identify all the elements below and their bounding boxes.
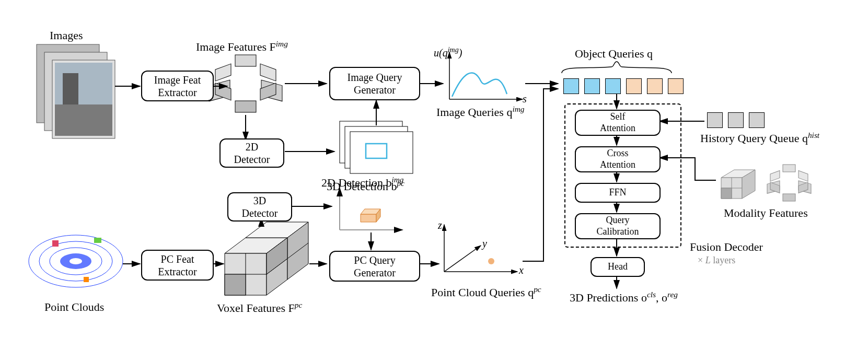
images-thumb xyxy=(37,44,115,138)
query-sq xyxy=(749,112,765,128)
svg-rect-13 xyxy=(94,238,101,243)
object-queries-row xyxy=(562,78,685,96)
s-label: s xyxy=(523,93,527,105)
modality-ring xyxy=(767,165,811,201)
svg-rect-27 xyxy=(225,274,246,295)
head: Head xyxy=(591,257,645,277)
2d-detection-thumb xyxy=(340,121,413,173)
pcq-label: Point Cloud Queries qpc xyxy=(431,285,541,299)
svg-rect-19 xyxy=(215,64,231,81)
img-features-ring xyxy=(209,55,282,112)
self-attention: Self Attention xyxy=(575,110,661,136)
query-sq xyxy=(626,78,642,94)
2d-detector: 2D Detector xyxy=(219,138,284,168)
imgq-label: Image Queries qimg xyxy=(436,104,524,119)
svg-rect-15 xyxy=(235,55,256,66)
pred-label: 3D Predictions ocls, oreg xyxy=(570,290,678,305)
svg-rect-20 xyxy=(260,64,276,81)
img-queries-curve xyxy=(449,52,523,99)
modfeat-label: Modality Features xyxy=(724,206,808,220)
histq-label: History Query Queue qhist xyxy=(700,131,819,145)
3d-detection-thumb xyxy=(340,188,402,230)
svg-rect-48 xyxy=(798,171,808,182)
query-calibration: Query Calibration xyxy=(575,213,661,239)
svg-rect-12 xyxy=(52,240,59,247)
pc-feat-extractor: PC Feat Extractor xyxy=(141,250,214,281)
fusiondec-label: Fusion Decoder xyxy=(690,240,763,254)
pc-queries-axes xyxy=(444,225,517,272)
query-sq xyxy=(707,112,723,128)
uq-label: u(qimg) xyxy=(434,46,462,59)
query-sq xyxy=(563,78,579,94)
svg-rect-42 xyxy=(721,188,732,199)
svg-rect-47 xyxy=(770,171,780,182)
query-sq xyxy=(728,112,744,128)
y-label: y xyxy=(482,238,487,250)
pointcloud-thumb xyxy=(29,235,123,287)
query-sq xyxy=(605,78,621,94)
pc-query-gen: PC Query Generator xyxy=(329,251,420,282)
img-feat-extractor: Image Feat Extractor xyxy=(141,71,214,101)
svg-rect-43 xyxy=(783,165,795,172)
svg-rect-30 xyxy=(350,132,413,173)
x-label: x xyxy=(519,264,524,276)
z-label: z xyxy=(438,219,442,231)
images-label: Images xyxy=(50,29,83,42)
svg-line-38 xyxy=(444,246,481,272)
query-sq xyxy=(584,78,600,94)
query-sq xyxy=(647,78,663,94)
3ddet-label: 3D Detection bpc xyxy=(327,179,404,193)
3d-detector: 3D Detector xyxy=(227,192,292,222)
imgfeat-label: Image Features Fimg xyxy=(196,39,288,54)
svg-rect-44 xyxy=(783,194,795,201)
layers-label: × L layers xyxy=(698,255,735,266)
svg-rect-16 xyxy=(235,101,256,112)
svg-rect-6 xyxy=(63,73,78,104)
svg-rect-14 xyxy=(84,277,89,282)
modality-voxel xyxy=(721,170,755,199)
img-query-gen: Image Query Generator xyxy=(329,67,420,100)
voxel-cube xyxy=(225,222,308,295)
cross-attention: Cross Attention xyxy=(575,146,661,172)
history-queue-row xyxy=(705,112,766,130)
svg-point-39 xyxy=(488,258,494,264)
objq-label: Object Queries q xyxy=(575,47,653,61)
ffn: FFN xyxy=(575,183,661,203)
pointclouds-label: Point Clouds xyxy=(44,300,104,314)
query-sq xyxy=(668,78,684,94)
voxelfeat-label: Voxel Features Fpc xyxy=(217,300,302,315)
svg-rect-5 xyxy=(55,104,112,136)
svg-point-11 xyxy=(70,258,82,264)
